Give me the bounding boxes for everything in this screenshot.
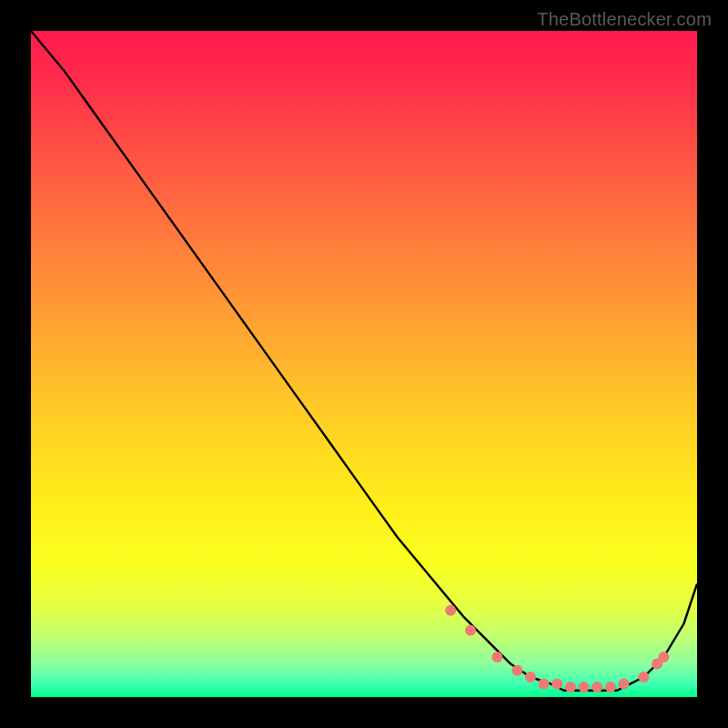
marker-dot [658,652,669,662]
marker-dot [445,605,456,616]
marker-dot [619,678,630,689]
marker-dot [592,682,602,693]
marker-dot [579,682,590,693]
plot-area [31,31,697,697]
marker-dot [565,682,576,693]
marker-dot [491,652,502,662]
bottleneck-curve [31,31,697,691]
marker-dot [551,678,562,689]
line-layer [31,31,697,697]
watermark-text: TheBottlenecker.com [537,9,712,30]
chart-frame: TheBottlenecker.com [0,0,728,728]
marker-dot [465,625,476,636]
marker-group [445,605,669,693]
marker-dot [511,665,522,676]
curve-group [31,31,697,691]
marker-dot [539,678,550,689]
marker-dot [638,672,649,682]
marker-dot [525,672,536,682]
marker-dot [605,682,616,693]
